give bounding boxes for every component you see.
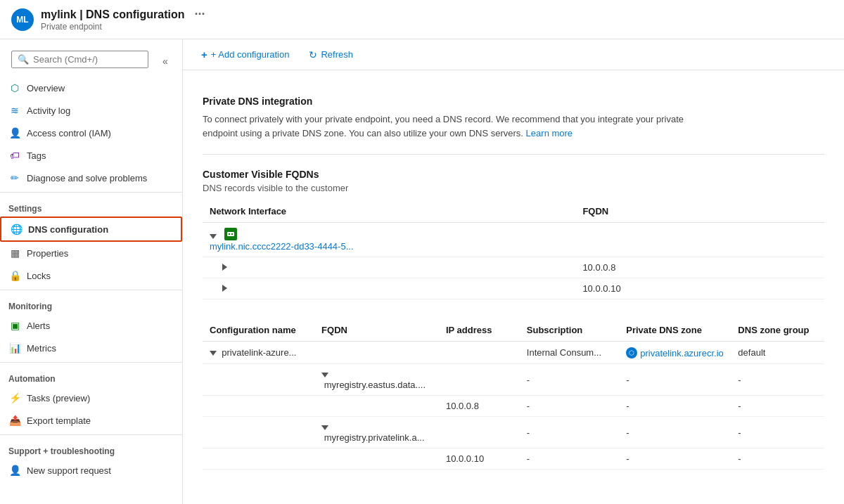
fqdn-value-cell: 10.0.0.10 xyxy=(575,278,824,299)
col-subscription: Subscription xyxy=(520,319,619,342)
expand-button[interactable] xyxy=(222,285,227,292)
table-row: 10.0.0.10 - - - xyxy=(203,448,824,470)
subscription-cell: - xyxy=(520,364,619,396)
sidebar-item-label: Access control (IAM) xyxy=(27,128,111,138)
config-name-indent xyxy=(203,417,314,448)
dns-zone-cell: ⬡ privatelink.azurecr.io xyxy=(619,342,731,364)
collapse-button[interactable] xyxy=(210,351,217,356)
dns-integration-section: Private DNS integration To connect priva… xyxy=(203,84,824,155)
dns-group-cell: - xyxy=(731,364,824,396)
collapse-button[interactable] xyxy=(321,373,328,377)
search-input[interactable] xyxy=(33,54,142,65)
alerts-icon: ▣ xyxy=(8,319,21,332)
sidebar-item-tags[interactable]: 🏷 Tags xyxy=(0,144,182,167)
col-config-name: Configuration name xyxy=(203,319,314,342)
sidebar-item-label: Activity log xyxy=(27,105,70,116)
config-name-indent xyxy=(203,364,314,396)
subscription-cell: Internal Consum... xyxy=(520,342,619,364)
sidebar-item-metrics[interactable]: 📊 Metrics xyxy=(0,337,182,359)
dns-integration-desc: To connect privately with your private e… xyxy=(203,112,695,140)
activity-log-icon: ≋ xyxy=(8,104,21,117)
monitoring-section-label: Monitoring xyxy=(0,293,182,314)
table-row: 10.0.0.10 xyxy=(203,278,824,299)
sidebar-item-label: Tags xyxy=(27,150,46,161)
ip-cell xyxy=(439,342,520,364)
sidebar-search[interactable]: 🔍 xyxy=(11,51,148,68)
learn-more-link[interactable]: Learn more xyxy=(526,128,573,138)
collapse-button[interactable] xyxy=(210,234,217,239)
svg-rect-1 xyxy=(227,232,234,236)
header-title: mylink | DNS configuration ··· Private e… xyxy=(41,7,205,32)
config-name-indent xyxy=(203,448,314,470)
app-icon: ML xyxy=(11,8,34,31)
more-options-icon[interactable]: ··· xyxy=(195,7,205,22)
sidebar-item-locks[interactable]: 🔒 Locks xyxy=(0,264,182,287)
collapse-button[interactable] xyxy=(321,425,328,430)
col-dns-group: DNS zone group xyxy=(731,319,824,342)
fqdn-col-network: Network Interface xyxy=(203,200,575,223)
nic-indent-cell xyxy=(203,278,575,299)
sidebar-item-overview[interactable]: ⬡ Overview xyxy=(0,77,182,99)
sidebar-item-label: Export template xyxy=(27,415,91,426)
sidebar-item-label: New support request xyxy=(27,465,111,476)
collapse-sidebar-button[interactable]: « xyxy=(157,53,174,70)
sidebar-item-label: Alerts xyxy=(27,321,50,331)
overview-icon: ⬡ xyxy=(8,82,21,94)
tags-icon: 🏷 xyxy=(8,149,21,162)
fqdn-cell xyxy=(314,396,439,417)
dns-group-cell: - xyxy=(731,396,824,417)
support-icon: 👤 xyxy=(8,464,21,477)
search-icon: 🔍 xyxy=(18,54,29,65)
settings-section-label: Settings xyxy=(0,195,182,217)
sidebar-item-activity-log[interactable]: ≋ Activity log xyxy=(0,99,182,122)
metrics-icon: 📊 xyxy=(8,342,21,354)
col-ip: IP address xyxy=(439,319,520,342)
sidebar-item-support[interactable]: 👤 New support request xyxy=(0,459,182,482)
col-dns-zone: Private DNS zone xyxy=(619,319,731,342)
sidebar-item-dns-config[interactable]: 🌐 DNS configuration xyxy=(0,217,182,242)
refresh-button[interactable]: ↻ Refresh xyxy=(305,46,357,63)
sidebar-item-label: Properties xyxy=(27,248,68,259)
sidebar-item-diagnose[interactable]: ✏ Diagnose and solve problems xyxy=(0,167,182,189)
dns-zone-icon: ⬡ xyxy=(626,347,637,358)
sidebar-item-properties[interactable]: ▦ Properties xyxy=(0,242,182,264)
dns-zone-cell: - xyxy=(619,417,731,448)
config-name-cell: privatelink-azure... xyxy=(203,342,314,364)
col-fqdn: FQDN xyxy=(314,319,439,342)
nic-link[interactable]: mylink.nic.cccc2222-dd33-4444-5... xyxy=(210,241,568,252)
ip-cell xyxy=(439,364,520,396)
sidebar-item-access-control[interactable]: 👤 Access control (IAM) xyxy=(0,122,182,144)
config-name-indent xyxy=(203,396,314,417)
table-row: myregistry.privatelink.a... - - - xyxy=(203,417,824,448)
expand-button[interactable] xyxy=(222,264,227,271)
table-row: privatelink-azure... Internal Consum... … xyxy=(203,342,824,364)
content-area: + + Add configuration ↻ Refresh Private … xyxy=(183,39,844,504)
sidebar-divider-monitoring xyxy=(0,290,182,290)
table-row: 10.0.0.8 - - - xyxy=(203,396,824,417)
plus-icon: + xyxy=(201,49,207,60)
sidebar-item-label: Tasks (preview) xyxy=(27,393,90,403)
config-table: Configuration name FQDN IP address Subsc… xyxy=(203,319,824,470)
fqdn-child-cell: myregistry.eastus.data.... xyxy=(314,364,439,396)
sidebar-item-alerts[interactable]: ▣ Alerts xyxy=(0,314,182,337)
sidebar-divider-automation xyxy=(0,362,182,363)
dns-integration-title: Private DNS integration xyxy=(203,96,824,107)
top-header: ML mylink | DNS configuration ··· Privat… xyxy=(0,0,844,39)
fqdn-child-cell: myregistry.privatelink.a... xyxy=(314,417,439,448)
fqdn-table: Network Interface FQDN xyxy=(203,200,824,299)
sidebar-item-label: Locks xyxy=(27,271,51,281)
nic-cell: mylink.nic.cccc2222-dd33-4444-5... xyxy=(203,223,575,257)
table-row: 10.0.0.8 xyxy=(203,257,824,278)
dns-zone-cell: - xyxy=(619,396,731,417)
dns-group-cell: default xyxy=(731,342,824,364)
fqdn-col-fqdn: FQDN xyxy=(575,200,824,223)
sidebar-item-label: Overview xyxy=(27,83,65,93)
sidebar-item-tasks[interactable]: ⚡ Tasks (preview) xyxy=(0,387,182,409)
sidebar-item-export[interactable]: 📤 Export template xyxy=(0,409,182,432)
sidebar-item-label: Diagnose and solve problems xyxy=(27,173,147,183)
sidebar-item-label: Metrics xyxy=(27,343,56,354)
add-configuration-button[interactable]: + + Add configuration xyxy=(197,46,293,63)
dns-zone-link[interactable]: privatelink.azurecr.io xyxy=(640,348,724,358)
sidebar: 🔍 « ⬡ Overview ≋ Activity log 👤 Access c… xyxy=(0,39,183,504)
dns-group-cell: - xyxy=(731,417,824,448)
